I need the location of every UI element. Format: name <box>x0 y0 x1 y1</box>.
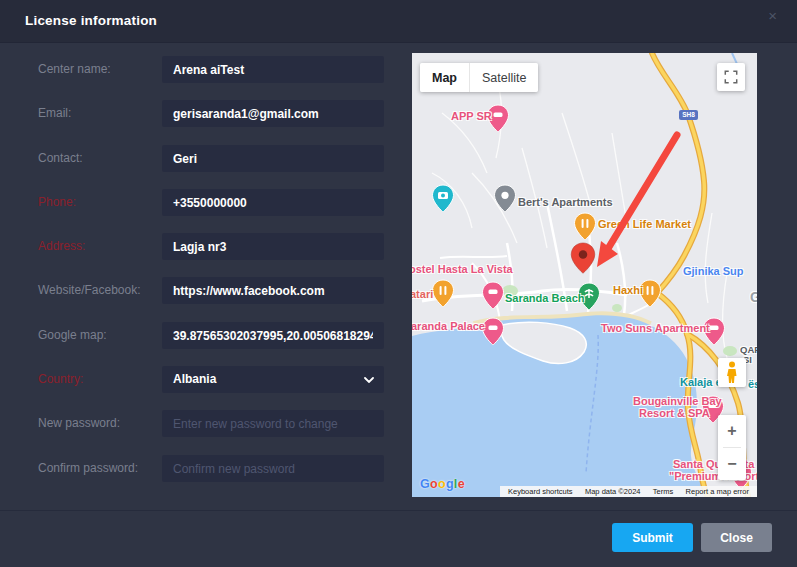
map-label-kalaja-e[interactable]: Kalaja e <box>680 376 722 388</box>
map-label-two-suns-apartment[interactable]: Two Suns Apartment <box>601 322 710 334</box>
map-label-green-life-market[interactable]: Green Life Market <box>598 218 691 230</box>
pegman-icon <box>724 361 740 384</box>
form-row-new-password: New password: <box>38 410 384 437</box>
keyboard-shortcuts-link[interactable]: Keyboard shortcuts <box>505 487 576 496</box>
chevron-down-icon <box>364 377 374 383</box>
map-label-berts-apartments[interactable]: Bert's Apartments <box>518 196 613 208</box>
confirm-password-label: Confirm password: <box>38 455 138 482</box>
website-input[interactable] <box>162 277 384 304</box>
satellite-view-button[interactable]: Satellite <box>469 63 538 92</box>
form-row-email: Email: <box>38 100 384 127</box>
contact-label: Contact: <box>38 145 83 172</box>
license-information-modal: License information × Center name: Email… <box>0 0 797 567</box>
report-map-error-link[interactable]: Report a map error <box>683 487 752 496</box>
address-label: Address: <box>38 233 85 260</box>
logo-letter: o <box>438 477 446 491</box>
marker-hostel-hasta-la-vista[interactable] <box>483 282 504 309</box>
logo-letter: e <box>458 477 465 491</box>
pegman-button[interactable] <box>718 358 746 387</box>
zoom-in-button[interactable]: + <box>718 415 746 447</box>
map-label-bougainville-bay[interactable]: Bougainville Bay <box>633 395 722 407</box>
marker-view-photo[interactable] <box>433 185 454 212</box>
contact-input[interactable] <box>162 145 384 172</box>
modal-title: License information <box>25 13 157 28</box>
google-map-coords-input[interactable] <box>162 322 384 349</box>
phone-label: Phone: <box>38 189 76 216</box>
map-label-g[interactable]: G <box>750 289 757 305</box>
marker-atari-restaurant[interactable] <box>433 280 454 307</box>
map-label-es[interactable]: ës <box>748 378 757 390</box>
new-password-label: New password: <box>38 410 120 437</box>
country-label: Country: <box>38 366 83 393</box>
zoom-out-button[interactable]: − <box>718 448 746 480</box>
form-row-address: Address: <box>38 233 384 260</box>
fullscreen-button[interactable] <box>717 63 745 91</box>
form-row-google-map: Google map: <box>38 322 384 349</box>
phone-input[interactable] <box>162 189 384 216</box>
submit-button[interactable]: Submit <box>612 523 693 552</box>
map-label-atari[interactable]: atari <box>412 288 433 300</box>
logo-letter: G <box>420 477 430 491</box>
map-label-app-sr[interactable]: APP SR <box>451 110 492 122</box>
form-row-country: Country: Albania <box>38 366 384 393</box>
google-logo: Google <box>420 477 465 491</box>
marker-berts-apartments[interactable] <box>495 185 516 212</box>
map-label-gjinika-supermarket[interactable]: Gjinika Sup <box>683 265 744 277</box>
google-map[interactable]: APP SR Bert's Apartments Green Life Mark… <box>412 53 757 497</box>
map-label-saranda-palace[interactable]: aranda Palace <box>412 320 485 332</box>
confirm-password-input[interactable] <box>162 455 384 482</box>
google-map-label: Google map: <box>38 322 107 349</box>
map-data-text: Map data ©2024 <box>582 487 644 496</box>
new-password-input[interactable] <box>162 410 384 437</box>
map-label-saranda-beach[interactable]: Saranda Beach <box>505 292 584 304</box>
terms-link[interactable]: Terms <box>650 487 676 496</box>
country-selected-value: Albania <box>173 372 216 386</box>
modal-footer: Submit Close <box>0 510 797 567</box>
email-input[interactable] <box>162 100 384 127</box>
marker-green-life-market[interactable] <box>575 213 596 240</box>
map-view-button[interactable]: Map <box>420 63 469 92</box>
logo-letter: o <box>430 477 438 491</box>
close-icon[interactable]: × <box>768 8 777 23</box>
map-type-toggle: Map Satellite <box>420 63 538 92</box>
route-badge-sh8: SH8 <box>679 110 698 120</box>
map-attribution: Keyboard shortcuts Map data ©2024 Terms … <box>500 486 757 497</box>
form-row-phone: Phone: <box>38 189 384 216</box>
fullscreen-icon <box>723 69 739 85</box>
website-label: Website/Facebook: <box>38 277 141 304</box>
modal-header: License information × <box>0 0 797 43</box>
country-select[interactable]: Albania <box>162 366 384 393</box>
form-row-website: Website/Facebook: <box>38 277 384 304</box>
form-row-confirm-password: Confirm password: <box>38 455 384 482</box>
zoom-controls: + − <box>718 415 746 480</box>
map-label-haxhi[interactable]: Haxhi <box>613 284 643 296</box>
form-row-contact: Contact: <box>38 145 384 172</box>
email-label: Email: <box>38 100 71 127</box>
close-button[interactable]: Close <box>701 523 772 552</box>
logo-letter: g <box>446 477 454 491</box>
center-name-label: Center name: <box>38 56 111 83</box>
form-row-center-name: Center name: <box>38 56 384 83</box>
map-label-hostel-hasta-la-vista[interactable]: ostel Hasta La Vista <box>412 263 513 275</box>
address-input[interactable] <box>162 233 384 260</box>
center-name-input[interactable] <box>162 56 384 83</box>
map-label-resort-spa[interactable]: Resort & SPA <box>639 407 710 419</box>
